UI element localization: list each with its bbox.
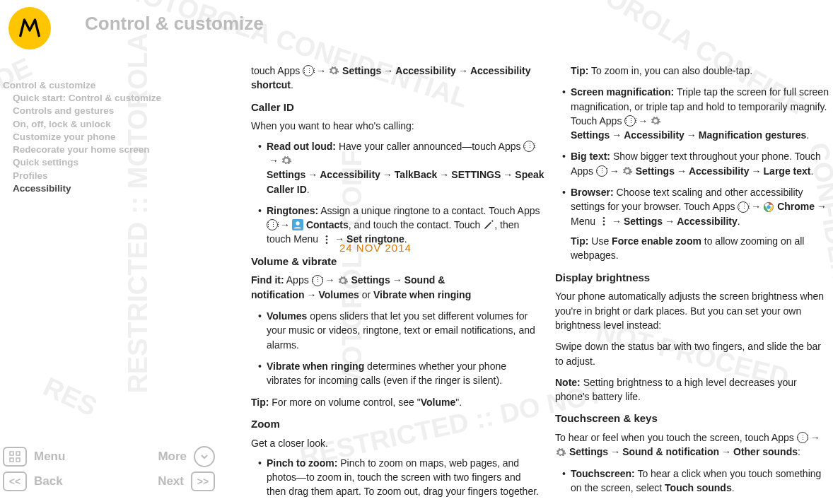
big-text-bullet: Big text: Show bigger text throughout yo… (562, 149, 829, 178)
footer-nav: Menu More << Back Next >> (3, 442, 215, 491)
next-button[interactable]: >> (191, 471, 215, 491)
caller-id-heading: Caller ID (251, 100, 541, 115)
grid-icon (9, 451, 21, 462)
gear-icon (337, 275, 349, 286)
apps-icon (523, 141, 535, 152)
more-button[interactable] (194, 446, 215, 467)
menu-dots-icon (321, 234, 332, 245)
nav-item-customize-phone[interactable]: Customize your phone (3, 131, 201, 143)
svg-point-9 (767, 205, 771, 209)
nav-item-profiles[interactable]: Profiles (3, 170, 201, 182)
zoom-tip: Tip: To zoom in, you can also double-tap… (555, 64, 829, 78)
menu-label: Menu (34, 450, 65, 464)
display-brightness-p1: Your phone automatically adjusts the scr… (555, 289, 829, 332)
svg-point-7 (326, 242, 328, 244)
zoom-intro: Get a closer look. (251, 436, 541, 450)
menu-dots-icon (598, 216, 610, 227)
display-brightness-note: Note: Setting brightness to a high level… (555, 375, 829, 404)
motorola-m-icon (17, 16, 42, 41)
chrome-icon (763, 201, 774, 213)
volume-tip: Tip: For more on volume control, see "Vo… (251, 395, 541, 409)
svg-rect-0 (10, 452, 13, 455)
svg-point-5 (326, 235, 328, 238)
nav-item-quick-settings[interactable]: Quick settings (3, 156, 201, 169)
svg-point-12 (603, 223, 605, 225)
nav-item-control-customize[interactable]: Control & customize (3, 79, 201, 92)
svg-rect-2 (10, 458, 13, 462)
gear-icon (328, 65, 339, 76)
content-column-right: Tip: To zoom in, you can also double-tap… (555, 64, 829, 502)
browser-bullet: Browser: Choose text scaling and other a… (562, 185, 829, 262)
touchscreen-intro: To hear or feel when you touch the scree… (555, 430, 829, 459)
volumes-bullet: Volumes opens sliders that let you set d… (258, 309, 541, 352)
pencil-icon (483, 219, 494, 230)
apps-icon (267, 219, 278, 230)
svg-rect-1 (16, 452, 20, 455)
touchscreen-bullet: Touchscreen: To hear a click when you to… (562, 467, 829, 496)
touchscreen-keys-heading: Touchscreen & keys (555, 411, 829, 426)
svg-rect-3 (16, 458, 20, 462)
nav-item-on-off-lock[interactable]: On, off, lock & unlock (3, 118, 201, 131)
gear-icon (650, 115, 661, 127)
display-brightness-heading: Display brightness (555, 270, 829, 286)
gear-icon (555, 447, 566, 458)
apps-icon (596, 165, 607, 177)
volume-find-it: Find it: Apps → Settings→Sound & notific… (251, 273, 541, 302)
svg-point-6 (326, 238, 328, 240)
svg-point-4 (296, 222, 299, 225)
back-button[interactable]: << (3, 471, 27, 491)
volume-vibrate-heading: Volume & vibrate (251, 254, 541, 269)
intro-paragraph: touch Apps → Settings→Accessibility→Acce… (251, 64, 541, 93)
apps-icon (312, 275, 323, 286)
contacts-icon (292, 219, 303, 230)
gear-icon (281, 155, 292, 166)
gear-icon (622, 165, 633, 177)
menu-button[interactable] (3, 447, 27, 467)
content-column-left: touch Apps → Settings→Accessibility→Acce… (251, 64, 541, 504)
svg-point-11 (603, 221, 605, 223)
pinch-zoom-bullet: Pinch to zoom: Pinch to zoom on maps, we… (258, 456, 541, 499)
page-title: Control & customize (85, 13, 264, 35)
nav-item-controls-gestures[interactable]: Controls and gestures (3, 105, 201, 117)
display-brightness-p2: Swipe down the status bar with two finge… (555, 339, 829, 368)
next-label: Next (158, 474, 184, 488)
apps-icon (624, 115, 636, 127)
nav-item-quick-start[interactable]: Quick start: Control & customize (3, 92, 201, 105)
nav-item-accessibility[interactable]: Accessibility (3, 182, 201, 195)
apps-icon (797, 432, 808, 443)
caller-id-intro: When you want to hear who's calling: (251, 119, 541, 133)
vibrate-bullet: Vibrate when ringing determines whether … (258, 359, 541, 388)
screen-mag-bullet: Screen magnification: Triple tap the scr… (562, 85, 829, 142)
more-label: More (158, 450, 187, 464)
back-label: Back (34, 474, 63, 488)
sidebar-nav: Control & customize Quick start: Control… (3, 79, 201, 195)
ringtones-item: Ringtones: Assign a unique ringtone to a… (258, 204, 541, 247)
nav-item-redecorate[interactable]: Redecorate your home screen (3, 143, 201, 156)
motorola-logo (8, 7, 51, 49)
apps-icon (303, 65, 314, 76)
read-out-loud-item: Read out loud: Have your caller announce… (258, 139, 541, 197)
svg-point-10 (603, 217, 605, 219)
zoom-heading: Zoom (251, 416, 541, 432)
apps-icon (738, 201, 749, 213)
chevron-down-icon (199, 452, 209, 462)
